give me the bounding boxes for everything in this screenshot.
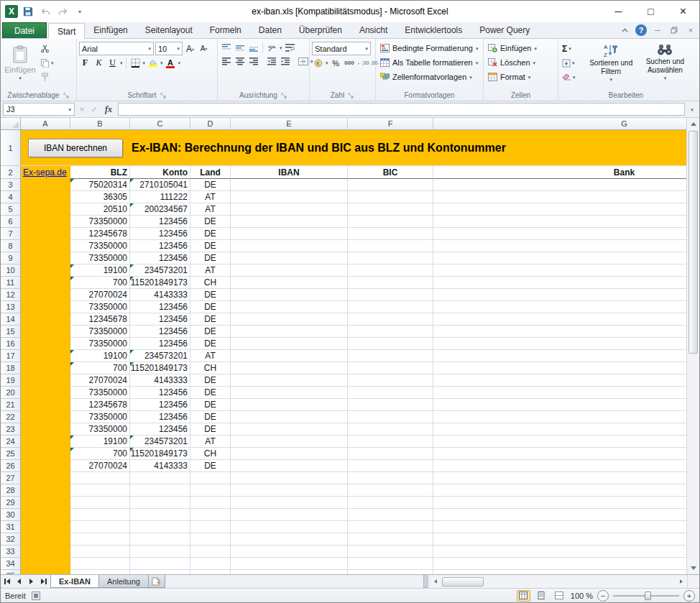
- cell-A5[interactable]: [21, 203, 70, 216]
- scroll-up-button[interactable]: [687, 118, 699, 130]
- row-header-35[interactable]: 35: [1, 570, 21, 574]
- macro-record-button[interactable]: [32, 592, 40, 600]
- cell-B2[interactable]: BLZ: [70, 166, 130, 179]
- cell-A18[interactable]: [21, 362, 70, 374]
- cell-A26[interactable]: [21, 460, 70, 472]
- col-header-F[interactable]: F: [348, 118, 433, 130]
- cell-F15[interactable]: [348, 326, 433, 338]
- cell-B8[interactable]: 73350000: [70, 240, 130, 252]
- ribbon-collapse-button[interactable]: [619, 24, 630, 36]
- cell-A35[interactable]: [21, 570, 70, 574]
- cell-D5[interactable]: AT: [190, 203, 231, 216]
- ribbon-tab-ansicht[interactable]: Ansicht: [351, 22, 396, 38]
- ribbon-tab-einfügen[interactable]: Einfügen: [85, 22, 136, 38]
- cell-D31[interactable]: [190, 521, 231, 533]
- cell-E3[interactable]: [231, 179, 348, 191]
- cell-G7[interactable]: [433, 228, 686, 240]
- maximize-button[interactable]: □: [635, 1, 667, 22]
- ex-sepa-link[interactable]: Ex-sepa.de: [23, 167, 67, 178]
- cell-F18[interactable]: [348, 362, 433, 374]
- cell-D2[interactable]: Land: [190, 166, 231, 179]
- insert-worksheet-button[interactable]: [148, 575, 165, 588]
- cell-C27[interactable]: [130, 472, 190, 484]
- cell-E27[interactable]: [231, 472, 348, 484]
- cell-E8[interactable]: [231, 240, 348, 252]
- clipboard-dialog-launcher[interactable]: [63, 92, 70, 99]
- cell-G14[interactable]: [433, 313, 686, 326]
- cell-D26[interactable]: DE: [190, 460, 231, 472]
- cell-G6[interactable]: [433, 216, 686, 228]
- insert-function-button[interactable]: fx: [101, 104, 116, 115]
- cell-C32[interactable]: [130, 533, 190, 546]
- cell-E20[interactable]: [231, 387, 348, 399]
- cell-G11[interactable]: [433, 277, 686, 289]
- cell-D21[interactable]: DE: [190, 399, 231, 411]
- cell-G12[interactable]: [433, 289, 686, 301]
- cell-F5[interactable]: [348, 203, 433, 216]
- cell-E29[interactable]: [231, 497, 348, 509]
- bold-button[interactable]: F: [79, 57, 91, 69]
- cell-D8[interactable]: DE: [190, 240, 231, 252]
- cell-B9[interactable]: 73350000: [70, 252, 130, 264]
- cell-A34[interactable]: [21, 558, 70, 570]
- cell-A28[interactable]: [21, 484, 70, 497]
- row-header-16[interactable]: 16: [1, 338, 21, 350]
- number-dialog-launcher[interactable]: [347, 92, 354, 99]
- cell-A32[interactable]: [21, 533, 70, 546]
- row-header-18[interactable]: 18: [1, 362, 21, 374]
- cell-D4[interactable]: AT: [190, 191, 231, 203]
- cell-E33[interactable]: [231, 546, 348, 558]
- row-header-19[interactable]: 19: [1, 374, 21, 387]
- row-header-29[interactable]: 29: [1, 497, 21, 509]
- cell-F22[interactable]: [348, 411, 433, 423]
- cell-D24[interactable]: AT: [190, 436, 231, 448]
- cell-G3[interactable]: [433, 179, 686, 191]
- cell-C21[interactable]: 123456: [130, 399, 190, 411]
- cell-D9[interactable]: DE: [190, 252, 231, 264]
- formula-input[interactable]: [118, 103, 685, 116]
- cell-A15[interactable]: [21, 326, 70, 338]
- cell-C5[interactable]: 200234567: [130, 203, 190, 216]
- row-header-6[interactable]: 6: [1, 216, 21, 228]
- cell-B17[interactable]: 19100: [70, 350, 130, 362]
- cell-E30[interactable]: [231, 509, 348, 521]
- row-header-13[interactable]: 13: [1, 301, 21, 313]
- cell-F28[interactable]: [348, 484, 433, 497]
- cell-A11[interactable]: [21, 277, 70, 289]
- cell-C9[interactable]: 123456: [130, 252, 190, 264]
- cell-A31[interactable]: [21, 521, 70, 533]
- cell-E5[interactable]: [231, 203, 348, 216]
- copy-button[interactable]: ▾: [39, 57, 55, 69]
- vertical-scroll-thumb[interactable]: [689, 131, 698, 354]
- cell-C34[interactable]: [130, 558, 190, 570]
- cell-B26[interactable]: 27070024: [70, 460, 130, 472]
- cell-D18[interactable]: CH: [190, 362, 231, 374]
- help-button[interactable]: ?: [635, 24, 647, 36]
- cell-C30[interactable]: [130, 509, 190, 521]
- redo-button[interactable]: [55, 4, 70, 19]
- row-header-32[interactable]: 32: [1, 533, 21, 546]
- cell-F25[interactable]: [348, 448, 433, 460]
- cell-D10[interactable]: AT: [190, 264, 231, 277]
- scroll-left-button[interactable]: [429, 576, 441, 588]
- cell-F17[interactable]: [348, 350, 433, 362]
- cell-G27[interactable]: [433, 472, 686, 484]
- cell-C24[interactable]: 234573201: [130, 436, 190, 448]
- excel-logo-icon[interactable]: X: [5, 5, 18, 18]
- cell-F23[interactable]: [348, 423, 433, 436]
- cell-E22[interactable]: [231, 411, 348, 423]
- ribbon-tab-entwicklertools[interactable]: Entwicklertools: [396, 22, 471, 38]
- row-header-5[interactable]: 5: [1, 203, 21, 216]
- cell-C31[interactable]: [130, 521, 190, 533]
- cell-D12[interactable]: DE: [190, 289, 231, 301]
- ribbon-tab-überprüfen[interactable]: Überprüfen: [290, 22, 351, 38]
- cell-styles-button[interactable]: Zellenformatvorlagen▾: [378, 70, 481, 84]
- row-header-24[interactable]: 24: [1, 436, 21, 448]
- cell-D7[interactable]: DE: [190, 228, 231, 240]
- format-as-table-button[interactable]: Als Tabelle formatieren▾: [378, 55, 481, 70]
- cell-D20[interactable]: DE: [190, 387, 231, 399]
- name-box[interactable]: J3▾: [3, 103, 75, 116]
- cell-E23[interactable]: [231, 423, 348, 436]
- cell-F14[interactable]: [348, 313, 433, 326]
- ribbon-tab-power-query[interactable]: Power Query: [471, 22, 538, 38]
